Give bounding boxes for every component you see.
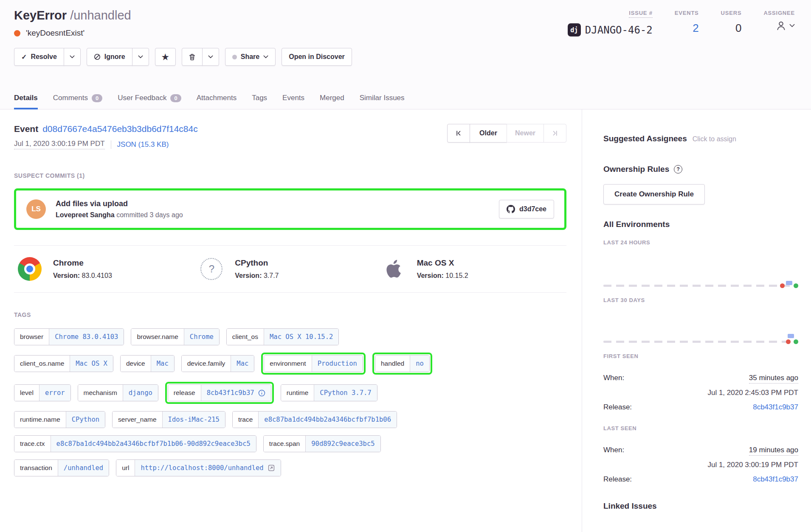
tag-value-link[interactable]: e8c87ba1dc494bb2a4346bcfbf7b1b06 (259, 412, 397, 428)
first-seen-absolute: Jul 1, 2020 2:45:03 PM PDT (603, 389, 798, 397)
feedback-count-badge: 0 (170, 94, 181, 102)
event-pagination: Older Newer (447, 124, 566, 143)
last-30-days-label: LAST 30 DAYS (603, 297, 798, 303)
events-count[interactable]: 2 (693, 22, 698, 35)
chrome-icon (18, 257, 42, 281)
tag-value-link[interactable]: Mac OS X 10.15.2 (264, 329, 338, 345)
tag-value-link[interactable]: CPython 3.7.7 (314, 385, 377, 401)
annotation-box-release: release8cb43f1c9b37 (165, 382, 274, 404)
last-24-hours-label: LAST 24 HOURS (603, 239, 798, 246)
open-in-discover-button[interactable]: Open in Discover (282, 48, 352, 66)
tab-similar-issues[interactable]: Similar Issues (360, 94, 405, 109)
click-to-assign-hint: Click to assign (693, 135, 736, 143)
tag-pill-handled: handledno (375, 355, 430, 372)
when-label: When: (603, 446, 624, 454)
chevron-down-icon (263, 55, 268, 59)
info-icon[interactable] (258, 389, 265, 397)
newest-event-button[interactable] (543, 124, 566, 143)
all-environments-title: All Environments (603, 220, 798, 229)
tag-value-link[interactable]: Mac OS X (70, 356, 113, 372)
event-id-link[interactable]: d08d7667e4a5476eb3b3db6d7f14c84c (42, 124, 198, 134)
tag-pill-mechanism: mechanismdjango (78, 384, 158, 401)
users-count[interactable]: 0 (735, 22, 741, 35)
tag-value-link[interactable]: e8c87ba1dc494bb2a4346bcfbf7b1b06-90d892c… (51, 436, 256, 452)
ignore-icon (94, 53, 101, 60)
release-label: Release: (603, 403, 632, 412)
tag-pill-level: levelerror (14, 384, 71, 401)
tag-value-link[interactable]: django (123, 385, 158, 401)
unknown-runtime-icon: ? (200, 258, 222, 280)
tag-value-link[interactable]: Production (312, 356, 363, 372)
divider (111, 140, 111, 149)
bookmark-star-button[interactable]: ★ (155, 48, 176, 66)
tab-attachments[interactable]: Attachments (197, 94, 237, 109)
tag-value-link[interactable]: Chrome 83.0.4103 (49, 329, 124, 345)
external-link-icon[interactable] (268, 464, 275, 472)
error-message: 'keyDoesntExist' (26, 28, 84, 38)
tag-value-link[interactable]: 8cb43f1c9b37 (201, 385, 271, 401)
tab-comments[interactable]: Comments0 (53, 94, 102, 109)
tag-pill-runtime-name: runtime.nameCPython (14, 411, 105, 428)
tag-row: trace.ctxe8c87ba1dc494bb2a4346bcfbf7b1b0… (14, 435, 566, 452)
tag-value-link[interactable]: http://localhost:8000/unhandled (135, 460, 280, 476)
issue-number-label: ISSUE # (629, 10, 652, 18)
tag-value-link[interactable]: Chrome (184, 329, 219, 345)
first-seen-marker-icon (786, 339, 791, 344)
tab-user-feedback[interactable]: User Feedback0 (118, 94, 181, 109)
tag-value-link[interactable]: /unhandled (58, 460, 109, 476)
annotation-box-environment: environmentProduction (261, 353, 366, 375)
first-seen-marker-icon (780, 283, 785, 288)
last-seen-release-link[interactable]: 8cb43f1c9b37 (753, 475, 798, 484)
resolve-button[interactable]: ✓ Resolve (14, 48, 64, 66)
assignee-dropdown[interactable] (775, 20, 795, 31)
tag-pill-release: release8cb43f1c9b37 (168, 384, 271, 401)
star-icon: ★ (162, 52, 169, 62)
stat-issue-number: ISSUE # dj DJANGO-46-2 (568, 10, 653, 38)
commit-sha-button[interactable]: d3d7cee (499, 200, 554, 218)
first-seen-release-link[interactable]: 8cb43f1c9b37 (753, 403, 798, 412)
first-seen-relative: 35 minutes ago (749, 374, 798, 384)
tab-details[interactable]: Details (14, 94, 38, 109)
ignore-button[interactable]: Ignore (87, 48, 132, 66)
event-timestamp: Jul 1, 2020 3:00:19 PM PDT (14, 140, 105, 149)
tag-row: runtime.nameCPython server_nameIdos-iMac… (14, 411, 566, 428)
tag-value-link[interactable]: CPython (66, 412, 105, 428)
tag-value-link[interactable]: no (410, 356, 429, 372)
tab-tags[interactable]: Tags (252, 94, 267, 109)
avatar: LS (26, 199, 46, 219)
ignore-dropdown-button[interactable] (132, 48, 149, 66)
raw-json-link[interactable]: JSON (15.3 KB) (117, 140, 169, 149)
tab-events[interactable]: Events (282, 94, 304, 109)
oldest-event-button[interactable] (447, 124, 470, 143)
context-browser: Chrome Version: 83.0.4103 (17, 257, 199, 281)
tag-value-link[interactable]: Mac (151, 356, 174, 372)
tag-value-link[interactable]: 90d892c9eace3bc5 (306, 436, 380, 452)
context-os: Mac OS X Version: 10.15.2 (381, 257, 563, 281)
tag-value-link[interactable]: Idos-iMac-215 (163, 412, 225, 428)
tag-row: browserChrome 83.0.4103 browser.nameChro… (14, 328, 566, 345)
delete-dropdown-button[interactable] (202, 48, 219, 66)
tab-merged[interactable]: Merged (320, 94, 344, 109)
help-icon[interactable]: ? (674, 165, 682, 174)
tag-value-link[interactable]: error (39, 385, 70, 401)
error-type: KeyError (14, 8, 67, 22)
tag-pill-device-family: device.familyMac (181, 355, 255, 372)
last-seen-relative: 19 minutes ago (749, 446, 798, 456)
older-event-button[interactable]: Older (470, 124, 507, 143)
newer-event-button[interactable]: Newer (507, 124, 544, 143)
tag-pill-browser: browserChrome 83.0.4103 (14, 328, 124, 345)
share-button[interactable]: Share (225, 48, 276, 66)
tag-row: transaction/unhandled urlhttp://localhos… (14, 459, 566, 476)
linked-issues-title: Linked Issues (603, 501, 798, 511)
release-flag-icon (788, 334, 794, 338)
last-seen-marker-icon (794, 283, 798, 288)
tag-value-link[interactable]: Mac (231, 356, 254, 372)
events-label: EVENTS (675, 10, 699, 16)
create-ownership-rule-button[interactable]: Create Ownership Rule (603, 184, 705, 204)
resolve-dropdown-button[interactable] (64, 48, 81, 66)
context-version: 3.7.7 (264, 272, 279, 279)
context-name: CPython (235, 258, 279, 268)
commit-title: Add files via upload (56, 199, 499, 208)
stat-assignee: ASSIGNEE (763, 10, 795, 38)
delete-button[interactable] (182, 48, 203, 66)
